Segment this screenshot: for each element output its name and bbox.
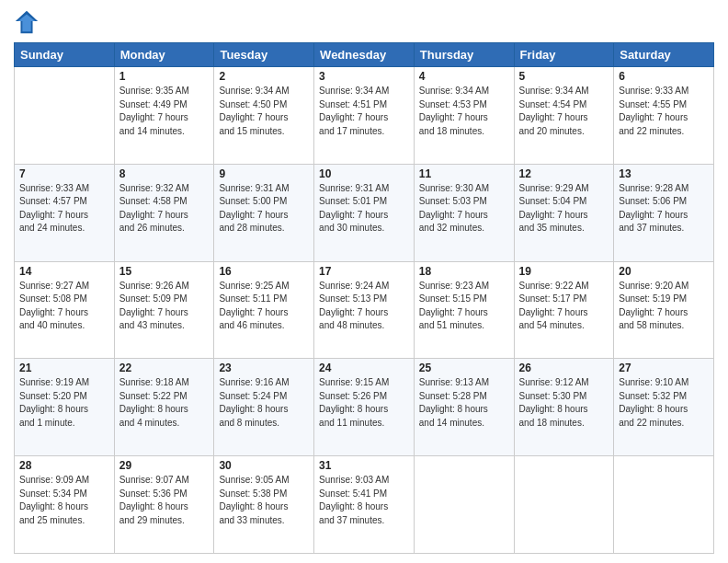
day-info: Sunrise: 9:05 AM Sunset: 5:38 PM Dayligh… xyxy=(219,474,309,527)
col-header-saturday: Saturday xyxy=(614,43,714,67)
calendar-cell: 17Sunrise: 9:24 AM Sunset: 5:13 PM Dayli… xyxy=(314,261,415,359)
day-info: Sunrise: 9:35 AM Sunset: 4:49 PM Dayligh… xyxy=(119,85,210,138)
calendar-cell: 9Sunrise: 9:31 AM Sunset: 5:00 PM Daylig… xyxy=(214,164,314,261)
day-number: 13 xyxy=(619,167,709,180)
day-info: Sunrise: 9:27 AM Sunset: 5:08 PM Dayligh… xyxy=(19,280,109,333)
calendar-cell: 18Sunrise: 9:23 AM Sunset: 5:15 PM Dayli… xyxy=(414,261,514,359)
day-number: 15 xyxy=(119,265,210,278)
calendar-cell xyxy=(15,67,115,165)
day-number: 6 xyxy=(619,70,709,83)
calendar-cell: 23Sunrise: 9:16 AM Sunset: 5:24 PM Dayli… xyxy=(214,359,314,456)
day-info: Sunrise: 9:31 AM Sunset: 5:00 PM Dayligh… xyxy=(219,182,309,236)
day-info: Sunrise: 9:28 AM Sunset: 5:06 PM Dayligh… xyxy=(619,182,709,236)
col-header-sunday: Sunday xyxy=(15,43,115,67)
calendar-week-2: 7Sunrise: 9:33 AM Sunset: 4:57 PM Daylig… xyxy=(15,164,714,261)
day-info: Sunrise: 9:25 AM Sunset: 5:11 PM Dayligh… xyxy=(219,280,309,333)
day-info: Sunrise: 9:34 AM Sunset: 4:51 PM Dayligh… xyxy=(319,85,409,138)
day-number: 20 xyxy=(619,265,709,278)
day-number: 29 xyxy=(119,459,210,472)
day-number: 26 xyxy=(519,362,609,374)
calendar-cell: 28Sunrise: 9:09 AM Sunset: 5:34 PM Dayli… xyxy=(15,456,115,554)
day-number: 11 xyxy=(419,167,509,180)
calendar-week-3: 14Sunrise: 9:27 AM Sunset: 5:08 PM Dayli… xyxy=(15,261,714,359)
calendar-cell: 7Sunrise: 9:33 AM Sunset: 4:57 PM Daylig… xyxy=(15,164,115,261)
day-number: 22 xyxy=(119,362,210,374)
day-info: Sunrise: 9:34 AM Sunset: 4:54 PM Dayligh… xyxy=(519,85,609,138)
logo xyxy=(14,9,43,35)
day-info: Sunrise: 9:16 AM Sunset: 5:24 PM Dayligh… xyxy=(219,376,309,430)
day-info: Sunrise: 9:07 AM Sunset: 5:36 PM Dayligh… xyxy=(119,474,210,527)
day-number: 3 xyxy=(319,70,409,83)
calendar-cell: 13Sunrise: 9:28 AM Sunset: 5:06 PM Dayli… xyxy=(614,164,714,261)
day-number: 1 xyxy=(119,70,210,83)
calendar-cell: 5Sunrise: 9:34 AM Sunset: 4:54 PM Daylig… xyxy=(514,67,614,165)
calendar-cell xyxy=(514,456,614,554)
calendar-cell: 15Sunrise: 9:26 AM Sunset: 5:09 PM Dayli… xyxy=(114,261,214,359)
header xyxy=(14,9,714,35)
col-header-friday: Friday xyxy=(514,43,614,67)
day-info: Sunrise: 9:13 AM Sunset: 5:28 PM Dayligh… xyxy=(419,376,509,430)
day-number: 25 xyxy=(419,362,509,374)
calendar-week-4: 21Sunrise: 9:19 AM Sunset: 5:20 PM Dayli… xyxy=(15,359,714,456)
calendar-cell: 25Sunrise: 9:13 AM Sunset: 5:28 PM Dayli… xyxy=(414,359,514,456)
day-info: Sunrise: 9:15 AM Sunset: 5:26 PM Dayligh… xyxy=(319,376,409,430)
calendar-cell: 11Sunrise: 9:30 AM Sunset: 5:03 PM Dayli… xyxy=(414,164,514,261)
day-info: Sunrise: 9:34 AM Sunset: 4:50 PM Dayligh… xyxy=(219,85,309,138)
calendar-cell: 12Sunrise: 9:29 AM Sunset: 5:04 PM Dayli… xyxy=(514,164,614,261)
page: SundayMondayTuesdayWednesdayThursdayFrid… xyxy=(0,0,728,563)
day-number: 12 xyxy=(519,167,609,180)
calendar-cell: 20Sunrise: 9:20 AM Sunset: 5:19 PM Dayli… xyxy=(614,261,714,359)
day-number: 18 xyxy=(419,265,509,278)
day-number: 31 xyxy=(319,459,409,472)
day-info: Sunrise: 9:03 AM Sunset: 5:41 PM Dayligh… xyxy=(319,474,409,527)
day-number: 19 xyxy=(519,265,609,278)
day-number: 16 xyxy=(219,265,309,278)
day-info: Sunrise: 9:22 AM Sunset: 5:17 PM Dayligh… xyxy=(519,280,609,333)
day-info: Sunrise: 9:31 AM Sunset: 5:01 PM Dayligh… xyxy=(319,182,409,236)
day-info: Sunrise: 9:29 AM Sunset: 5:04 PM Dayligh… xyxy=(519,182,609,236)
day-info: Sunrise: 9:10 AM Sunset: 5:32 PM Dayligh… xyxy=(619,376,709,430)
day-info: Sunrise: 9:12 AM Sunset: 5:30 PM Dayligh… xyxy=(519,376,609,430)
day-info: Sunrise: 9:33 AM Sunset: 4:57 PM Dayligh… xyxy=(19,182,109,236)
day-number: 23 xyxy=(219,362,309,374)
day-info: Sunrise: 9:34 AM Sunset: 4:53 PM Dayligh… xyxy=(419,85,509,138)
day-number: 2 xyxy=(219,70,309,83)
col-header-wednesday: Wednesday xyxy=(314,43,415,67)
day-number: 21 xyxy=(19,362,109,374)
calendar-cell: 19Sunrise: 9:22 AM Sunset: 5:17 PM Dayli… xyxy=(514,261,614,359)
day-info: Sunrise: 9:30 AM Sunset: 5:03 PM Dayligh… xyxy=(419,182,509,236)
calendar-cell: 1Sunrise: 9:35 AM Sunset: 4:49 PM Daylig… xyxy=(114,67,214,165)
calendar-cell: 8Sunrise: 9:32 AM Sunset: 4:58 PM Daylig… xyxy=(114,164,214,261)
calendar-cell: 3Sunrise: 9:34 AM Sunset: 4:51 PM Daylig… xyxy=(314,67,415,165)
day-info: Sunrise: 9:24 AM Sunset: 5:13 PM Dayligh… xyxy=(319,280,409,333)
calendar-cell: 6Sunrise: 9:33 AM Sunset: 4:55 PM Daylig… xyxy=(614,67,714,165)
calendar-cell: 16Sunrise: 9:25 AM Sunset: 5:11 PM Dayli… xyxy=(214,261,314,359)
day-number: 7 xyxy=(19,167,109,180)
day-info: Sunrise: 9:09 AM Sunset: 5:34 PM Dayligh… xyxy=(19,474,109,527)
day-number: 28 xyxy=(19,459,109,472)
day-info: Sunrise: 9:23 AM Sunset: 5:15 PM Dayligh… xyxy=(419,280,509,333)
col-header-thursday: Thursday xyxy=(414,43,514,67)
calendar-cell: 26Sunrise: 9:12 AM Sunset: 5:30 PM Dayli… xyxy=(514,359,614,456)
calendar-cell: 30Sunrise: 9:05 AM Sunset: 5:38 PM Dayli… xyxy=(214,456,314,554)
day-number: 30 xyxy=(219,459,309,472)
day-number: 10 xyxy=(319,167,409,180)
calendar-table: SundayMondayTuesdayWednesdayThursdayFrid… xyxy=(14,42,714,554)
day-info: Sunrise: 9:19 AM Sunset: 5:20 PM Dayligh… xyxy=(19,376,109,430)
calendar-week-1: 1Sunrise: 9:35 AM Sunset: 4:49 PM Daylig… xyxy=(15,67,714,165)
calendar-cell: 14Sunrise: 9:27 AM Sunset: 5:08 PM Dayli… xyxy=(15,261,115,359)
day-number: 14 xyxy=(19,265,109,278)
calendar-week-5: 28Sunrise: 9:09 AM Sunset: 5:34 PM Dayli… xyxy=(15,456,714,554)
day-number: 9 xyxy=(219,167,309,180)
calendar-cell: 21Sunrise: 9:19 AM Sunset: 5:20 PM Dayli… xyxy=(15,359,115,456)
calendar-cell: 22Sunrise: 9:18 AM Sunset: 5:22 PM Dayli… xyxy=(114,359,214,456)
calendar-cell: 4Sunrise: 9:34 AM Sunset: 4:53 PM Daylig… xyxy=(414,67,514,165)
day-number: 17 xyxy=(319,265,409,278)
day-number: 8 xyxy=(119,167,210,180)
logo-icon xyxy=(14,9,40,35)
calendar-cell xyxy=(614,456,714,554)
day-number: 4 xyxy=(419,70,509,83)
calendar-cell xyxy=(414,456,514,554)
day-number: 24 xyxy=(319,362,409,374)
day-number: 27 xyxy=(619,362,709,374)
